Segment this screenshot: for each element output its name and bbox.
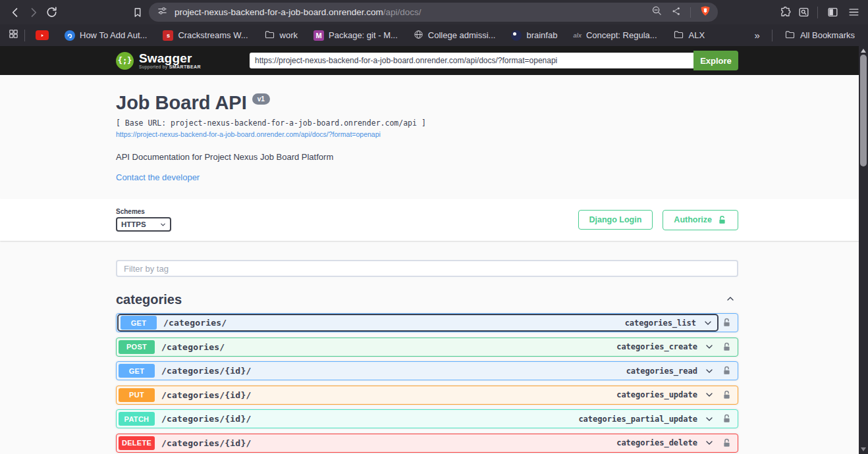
bookmark-label: How To Add Aut... [80,30,147,40]
chevron-down-icon [704,390,715,400]
explore-button[interactable]: Explore [693,51,738,70]
unlock-icon [722,390,732,400]
bookmark-youtube[interactable] [30,28,54,42]
bookmarks-bar: How To Add Aut... s Crackstreams W... wo… [0,24,868,46]
operation-path: /categories/ [163,318,227,328]
url-bar[interactable]: project-nexus-backend-for-a-job-board.on… [149,3,718,22]
chevron-down-icon [704,414,715,424]
auth-lock-button[interactable] [719,318,738,328]
divider [772,30,773,41]
authorize-button[interactable]: Authorize [663,210,738,230]
auth-lock-button[interactable] [719,438,738,448]
spec-link[interactable]: https://project-nexus-backend-for-a-job-… [116,130,381,138]
unlock-icon [722,438,732,448]
auth-lock-button[interactable] [719,366,738,376]
bookmark-concept-regula[interactable]: alx Concept: Regula... [568,28,662,42]
unlock-icon [717,215,727,225]
page-scrollbar[interactable] [859,46,868,454]
bookmark-package-git[interactable]: M Package: git - M... [308,28,403,43]
auth-lock-button[interactable] [719,414,738,424]
operation-id: categories_update [616,390,697,399]
panel-search-icon[interactable] [796,4,812,20]
method-badge: DELETE [119,436,155,450]
bookmarks-overflow-chevron[interactable]: » [749,28,765,43]
menu-icon[interactable] [846,4,862,20]
operation-summary[interactable]: DELETE /categories/{id}/ categories_dele… [117,434,719,452]
back-icon[interactable] [7,4,23,20]
site-favicon [65,30,75,41]
swagger-topbar: {;} Swagger Supported by SMARTBEAR Explo… [0,46,868,75]
operation-row-categories-create: POST /categories/ categories_create [116,338,738,357]
bookmark-brainfab[interactable]: brainfab [506,28,562,43]
chevron-up-icon [725,293,736,304]
bookmark-label: work [280,30,298,40]
operation-summary[interactable]: PUT /categories/{id}/ categories_update [117,386,719,404]
auth-lock-button[interactable] [719,342,738,352]
operation-id: categories_create [616,342,697,351]
bookmark-folder-work[interactable]: work [259,27,303,44]
version-badge: v1 [252,93,270,105]
zoom-out-icon[interactable] [651,5,663,19]
operation-row-categories-delete: DELETE /categories/{id}/ categories_dele… [116,434,738,453]
bookmark-how-to-add[interactable]: How To Add Aut... [59,28,152,43]
unlock-icon [722,342,732,352]
tag-header-categories[interactable]: categories [116,288,738,311]
spec-url-input[interactable] [250,53,693,68]
bookmark-crackstreams[interactable]: s Crackstreams W... [157,28,253,43]
browser-window: project-nexus-backend-for-a-job-board.on… [0,0,868,454]
filter-by-tag-input[interactable] [116,260,738,277]
all-bookmarks-button[interactable]: All Bookmarks [779,27,860,44]
operation-path: /categories/ [161,342,225,352]
m-favicon: M [313,30,324,41]
method-badge: PATCH [119,412,155,426]
operation-path: /categories/{id}/ [161,438,251,448]
chevron-down-icon [704,438,715,448]
brainfab-icon [511,30,522,41]
contact-developer-link[interactable]: Contact the developer [116,172,200,182]
scrollbar-thumb[interactable] [860,55,867,166]
operations-list: GET /categories/ categories_list POST /c… [116,313,738,453]
divider [24,30,25,41]
bookmark-icon[interactable] [129,4,146,20]
operation-summary[interactable]: POST /categories/ categories_create [117,338,719,356]
globe-icon [414,30,423,41]
collapse-section-button[interactable] [722,291,738,309]
brave-shield-icon[interactable] [699,5,711,20]
method-badge: GET [119,364,155,378]
site-settings-icon[interactable] [157,5,168,19]
scroll-down-arrow-icon[interactable] [861,447,866,451]
bookmark-college-admissions[interactable]: College admissi... [408,28,501,43]
operation-row-categories-partial-update: PATCH /categories/{id}/ categories_parti… [116,409,738,428]
chevron-down-icon [704,341,715,352]
reload-icon[interactable] [43,4,60,20]
bookmark-label: brainfab [526,30,557,40]
bookmark-folder-alx[interactable]: ALX [668,27,711,44]
django-login-button[interactable]: Django Login [578,210,653,230]
scroll-up-arrow-icon[interactable] [861,49,866,53]
apps-grid-icon[interactable] [8,28,19,42]
unlock-icon [722,366,732,376]
operation-summary[interactable]: GET /categories/{id}/ categories_read [117,362,719,380]
forward-icon[interactable] [25,4,41,20]
schemes-block: Schemes HTTPS [116,208,171,232]
method-badge: POST [119,340,155,354]
operation-row-categories-read: GET /categories/{id}/ categories_read [116,361,738,380]
scheme-select[interactable]: HTTPS [116,217,171,232]
chevron-down-icon [704,366,715,376]
method-badge: GET [121,316,157,330]
operation-summary[interactable]: PATCH /categories/{id}/ categories_parti… [117,410,719,428]
folder-icon [264,29,275,42]
extensions-icon[interactable] [777,4,794,20]
auth-lock-button[interactable] [719,390,738,400]
operation-id: categories_delete [616,438,697,447]
operation-summary[interactable]: GET /categories/ categories_list [117,314,719,332]
scheme-selected-value: HTTPS [121,220,146,228]
operation-id: categories_read [626,366,697,376]
folder-icon [673,29,684,42]
share-icon[interactable] [671,6,682,19]
sidebar-toggle-icon[interactable] [825,4,841,20]
operation-path: /categories/{id}/ [161,414,251,424]
bookmark-label: Concept: Regula... [586,30,657,40]
bookmark-label: Package: git - M... [329,30,398,40]
alx-text-icon: alx [573,32,582,39]
